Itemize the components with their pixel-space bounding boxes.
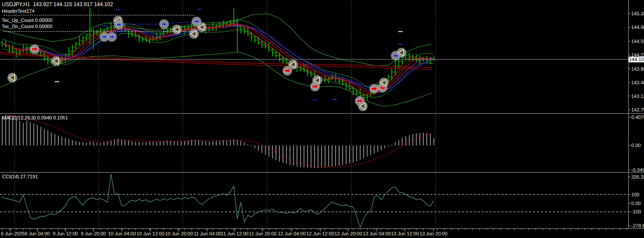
cci-indicator-label: CCI(14) 27.7191 — [2, 174, 38, 179]
time-axis-label[interactable]: 12 Jun 12:00 — [306, 231, 334, 236]
symbol-ohlc-header: USDJPY,H1 143.927 144.115 143.917 144.10… — [2, 1, 113, 7]
time-axis-label[interactable]: 9 Jun 12:00 — [53, 231, 78, 236]
comment-separator-bottom — [4, 31, 195, 32]
time-axis-label[interactable]: 13 Jun 04:00 — [363, 231, 391, 236]
price-axis-label: 143.120 — [631, 94, 644, 99]
cci-line — [2, 174, 434, 227]
signal-marker[interactable] — [197, 22, 207, 32]
chart-window: 145.330144.960144.590144.220143.850143.4… — [0, 0, 644, 238]
time-axis-label[interactable]: 12 Jun 04:00 — [278, 231, 306, 236]
tec-up-count-label: Tec_Up_Count 0.00000 — [2, 18, 53, 23]
ma-blue — [2, 26, 434, 90]
time-axis-label[interactable]: 13 Jun 20:00 — [419, 231, 447, 236]
signal-marker[interactable] — [312, 76, 322, 85]
time-axis-label[interactable]: 12 Jun 20:00 — [334, 231, 362, 236]
signal-marker[interactable] — [172, 25, 182, 34]
macd-axis-label: 0.00 — [631, 143, 640, 148]
signal-marker[interactable] — [379, 78, 389, 87]
signal-marker[interactable] — [358, 101, 368, 111]
signal-marker[interactable] — [114, 20, 124, 29]
price-axis-label: 144.960 — [631, 25, 644, 30]
macd-indicator-label: MACD(12,26,9) 0.0940 0.1051 — [2, 115, 68, 120]
signal-marker[interactable] — [288, 60, 298, 69]
time-axis-label[interactable]: 13 Jun 12:00 — [391, 231, 419, 236]
time-axis-label[interactable]: 11 Jun 20:00 — [249, 231, 277, 236]
signal-marker[interactable] — [189, 29, 199, 39]
time-axis-label[interactable]: 10 Jun 12:00 — [136, 231, 165, 236]
macd-signal-line — [2, 115, 434, 167]
comment-separator-top — [4, 15, 195, 15]
cci-axis-label: 335.3267 — [631, 174, 644, 180]
current-price-tag: 144.102 — [629, 57, 644, 62]
signal-marker[interactable] — [369, 84, 379, 94]
macd-axis-label: 0.4075 — [631, 115, 644, 120]
time-axis-label[interactable]: 10 Jun 04:00 — [108, 231, 136, 236]
cci-axis-label: 0.00 — [631, 201, 640, 206]
time-axis-label[interactable]: 10 Jun 20:00 — [165, 231, 193, 236]
signal-marker[interactable] — [107, 32, 117, 42]
price-axis-label: 145.330 — [631, 11, 644, 16]
cci-axis-label: 100 — [631, 192, 639, 197]
time-axis-label[interactable]: 6 Jun 2025 — [1, 231, 25, 236]
time-axis-label[interactable]: 11 Jun 12:00 — [221, 231, 249, 236]
cci-axis-label: -100 — [631, 209, 641, 214]
signal-marker[interactable] — [51, 56, 61, 66]
price-axis-label: 142.750 — [631, 107, 644, 112]
price-axis-label: 143.480 — [631, 80, 644, 85]
time-axis-label[interactable]: 9 Jun 20:00 — [81, 231, 106, 236]
chart-canvas[interactable]: 145.330144.960144.590144.220143.850143.4… — [0, 0, 644, 238]
signal-marker[interactable] — [7, 73, 17, 83]
signal-marker[interactable] — [30, 44, 39, 54]
signal-marker[interactable] — [159, 19, 169, 29]
ea-comment-header: HeaderText174 — [2, 8, 35, 14]
price-axis-label: 143.850 — [631, 66, 644, 72]
time-axis-label[interactable]: 11 Jun 04:00 — [194, 231, 222, 236]
tec-dn-count-label: Tec_Dn_Count 0.00000 — [2, 24, 53, 29]
time-axis-label[interactable]: 9 Jun 04:00 — [25, 231, 50, 236]
signal-marker[interactable] — [397, 48, 406, 58]
cci-axis-label: -278.810 — [631, 223, 644, 228]
band-outer-upper — [0, 14, 432, 66]
price-axis-label: 144.590 — [631, 39, 644, 44]
macd-axis-label: -0.3494 — [631, 167, 644, 173]
